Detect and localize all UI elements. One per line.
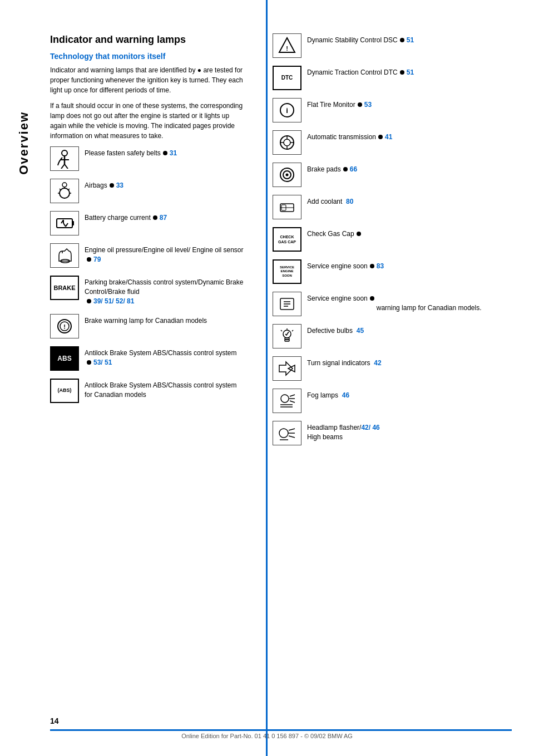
svg-line-57 [289,436,295,438]
lamp-label: Dynamic Stability Control DSC 51 [307,33,414,45]
list-item: Turn signal indicators 42 [273,356,490,381]
lamp-label: Turn signal indicators 42 [307,356,382,368]
list-item: i Flat Tire Monitor 53 [273,98,490,122]
svg-rect-8 [57,219,72,228]
turn-signal-icon [273,356,301,381]
svg-line-44 [292,330,293,331]
list-item: Service engine soon warning lamp for Can… [273,292,490,316]
list-item: DTC Dynamic Traction Control DTC 51 [273,66,490,90]
defective-bulbs-icon [273,324,301,348]
lamp-label: Defective bulbs 45 [307,324,364,336]
lamp-label: Please fasten safety belts 31 [85,146,177,158]
list-item: Automatic transmission 41 [273,130,490,155]
lamp-label: Headlamp flasher/High beams 42/ 46 [307,421,380,442]
svg-rect-9 [72,221,74,225]
list-item: CHECKGAS CAP Check Gas Cap [273,227,490,252]
seatbelt-icon [50,146,79,171]
lamp-label: Check Gas Cap [307,227,363,239]
list-item: ABS Antilock Brake System ABS/Chassis co… [50,346,245,371]
transmission-icon [273,130,301,155]
section-title: Indicator and warning lamps [50,33,245,46]
svg-text:!: ! [63,323,66,330]
lamp-label: Fog lamps 46 [307,389,349,400]
svg-text:!: ! [286,45,288,52]
section-divider [266,0,268,756]
lamp-label: Add coolant 80 [307,195,353,207]
list-item: Brake pads 66 [273,163,490,187]
brake-warning-icon: ! [50,314,79,338]
intro-text-1: Indicator and warning lamps that are ide… [50,65,245,95]
lamp-label: Service engine soon 83 [307,259,384,271]
sidebar-label: Overview [17,111,31,175]
fog-lamps-icon [273,389,301,413]
svg-line-49 [290,395,295,396]
brake-pads-icon [273,163,301,187]
copyright-text: Online Edition for Part-No. 01 41 0 156 … [0,733,534,739]
headlamp-icon [273,421,301,445]
list-item: Add coolant 80 [273,195,490,219]
abs-canada-icon: (ABS) [50,379,79,403]
svg-rect-54 [279,429,288,438]
list-item: Airbags 33 [50,179,245,203]
brake-icon: BRAKE [50,276,79,300]
svg-line-43 [281,330,282,331]
svg-marker-46 [288,365,295,372]
subsection-title: Technology that monitors itself [50,52,245,61]
svg-marker-45 [279,362,293,375]
tire-monitor-icon: i [273,98,301,122]
abs-icon: ABS [50,346,79,371]
lamp-label: Airbags 33 [85,179,123,190]
lamp-label: Service engine soon warning lamp for Can… [307,292,482,313]
airbag-icon [50,179,79,203]
list-item: (ABS) Antilock Brake System ABS/Chassis … [50,379,245,403]
dtc-icon: DTC [273,66,301,90]
svg-line-50 [290,401,295,402]
list-item: Fog lamps 46 [273,389,490,413]
list-item: Defective bulbs 45 [273,324,490,348]
lamp-label: Brake warning lamp for Canadian models [85,314,207,326]
check-gas-cap-icon: CHECKGAS CAP [273,227,301,252]
lamp-label: Parking brake/Chassis control system/Dyn… [85,276,245,306]
svg-point-3 [62,183,67,187]
service-soon-icon: SERVICEENGINESOON [273,259,301,284]
list-item: ! Dynamic Stability Control DSC 51 [273,33,490,58]
list-item: Please fasten safety belts 31 [50,146,245,171]
svg-point-24 [284,139,290,146]
lamp-label: Engine oil pressure/Engine oil level/ En… [85,243,245,264]
intro-text-2: If a fault should occur in one of these … [50,101,245,141]
svg-text:i: i [286,106,288,115]
svg-rect-41 [285,340,289,341]
coolant-icon [273,195,301,219]
oil-icon [50,243,79,268]
svg-point-47 [281,395,289,402]
list-item: Engine oil pressure/Engine oil level/ En… [50,243,245,268]
lamp-label: Dynamic Traction Control DTC 51 [307,66,414,77]
lamp-label: Flat Tire Monitor 53 [307,98,372,110]
lamp-label: Automatic transmission 41 [307,130,392,142]
lamp-label: Antilock Brake System ABS/Chassis contro… [85,346,245,367]
lamp-label: Antilock Brake System ABS/Chassis contro… [85,379,245,400]
right-column: ! Dynamic Stability Control DSC 51 DTC D… [256,33,490,723]
svg-point-0 [62,150,67,156]
lamp-label: Battery charge current 87 [85,211,167,223]
svg-point-31 [286,174,289,176]
page-number: 14 [50,716,59,725]
lamp-label: Brake pads 66 [307,163,357,174]
list-item: SERVICEENGINESOON Service engine soon 83 [273,259,490,284]
footer-divider [50,729,512,731]
svg-line-13 [66,223,68,227]
list-item: Headlamp flasher/High beams 42/ 46 [273,421,490,445]
list-item: BRAKE Parking brake/Chassis control syst… [50,276,245,306]
dsc-icon: ! [273,33,301,58]
list-item: Battery charge current 87 [50,211,245,235]
list-item: ! Brake warning lamp for Canadian models [50,314,245,338]
service-canada-icon [273,292,301,316]
svg-line-56 [289,429,295,430]
left-column: Indicator and warning lamps Technology t… [33,33,256,723]
battery-icon [50,211,79,235]
